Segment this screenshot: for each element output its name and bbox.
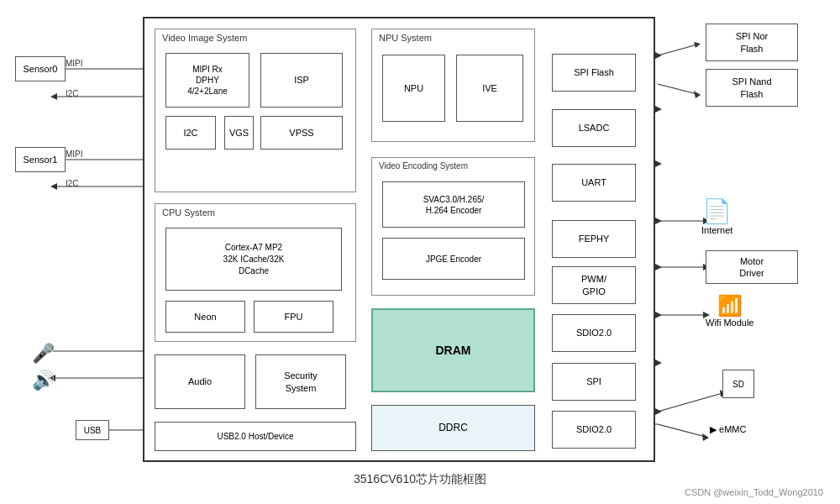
i2c1-label: I2C bbox=[66, 179, 79, 188]
spi-box: SPI bbox=[552, 363, 636, 401]
svg-line-29 bbox=[658, 393, 722, 412]
npu-group: NPU System NPU IVE bbox=[371, 29, 535, 142]
spi-nor-flash-box: SPI Nor Flash bbox=[706, 24, 798, 61]
wifi-label: Wifi Module bbox=[706, 318, 753, 328]
sensor0-box: Sensor0 bbox=[15, 56, 66, 81]
video-encoding-label: Video Encoding System bbox=[379, 161, 468, 171]
mipi-rx-box: MIPI RxDPHY4/2+2Lane bbox=[165, 53, 249, 108]
usb-host-box: USB2.0 Host/Device bbox=[155, 422, 356, 451]
svg-marker-40 bbox=[655, 218, 662, 224]
sd-area: SD bbox=[722, 370, 754, 398]
ive-box: IVE bbox=[456, 55, 523, 122]
chip-boundary: Video Image System MIPI RxDPHY4/2+2Lane … bbox=[143, 17, 655, 462]
cortex-box: Cortex-A7 MP232K ICache/32KDCache bbox=[165, 228, 342, 291]
vgs-box: VGS bbox=[224, 116, 254, 150]
audio-box: Audio bbox=[155, 354, 245, 409]
svg-marker-11 bbox=[50, 183, 57, 190]
i2c-box: I2C bbox=[165, 116, 216, 150]
pwm-gpio-box: PWM/GPIO bbox=[552, 266, 636, 304]
svg-line-19 bbox=[658, 45, 697, 55]
internet-label: Internet bbox=[701, 225, 732, 235]
svg-marker-32 bbox=[702, 433, 709, 441]
isp-box: ISP bbox=[260, 53, 343, 108]
fephy-box: FEPHY bbox=[552, 220, 636, 258]
svg-marker-34 bbox=[655, 52, 662, 59]
svg-marker-42 bbox=[655, 264, 662, 270]
svac-box: SVAC3.0/H.265/H.264 Encoder bbox=[382, 181, 525, 228]
diagram-container: Sensor0 MIPI I2C Sensor1 MIPI I2C 🎤 🔊 US… bbox=[0, 0, 840, 504]
svg-marker-48 bbox=[655, 408, 662, 415]
svg-marker-44 bbox=[655, 312, 662, 318]
npu-box: NPU bbox=[382, 55, 445, 122]
video-image-group: Video Image System MIPI RxDPHY4/2+2Lane … bbox=[155, 29, 356, 192]
dram-box: DRAM bbox=[371, 308, 535, 392]
wifi-area: 📶 Wifi Module bbox=[706, 294, 753, 328]
fpu-box: FPU bbox=[254, 301, 333, 333]
motor-driver-box: Motor Driver bbox=[706, 250, 798, 284]
svg-marker-36 bbox=[655, 106, 662, 113]
uart-box: UART bbox=[552, 164, 636, 202]
sdio2-box: SDIO2.0 bbox=[552, 411, 636, 449]
svg-marker-20 bbox=[694, 42, 701, 48]
spi-flash-box: SPI Flash bbox=[552, 54, 636, 92]
i2c0-label: I2C bbox=[66, 89, 79, 98]
ddrc-box: DDRC bbox=[371, 405, 535, 451]
video-encoding-group: Video Encoding System SVAC3.0/H.265/H.26… bbox=[371, 157, 535, 296]
svg-line-21 bbox=[658, 84, 697, 94]
vpss-box: VPSS bbox=[260, 116, 343, 150]
security-box: SecuritySystem bbox=[255, 354, 346, 409]
lsadc-box: LSADC bbox=[552, 109, 636, 147]
svg-marker-38 bbox=[655, 160, 662, 167]
neon-box: Neon bbox=[165, 301, 245, 333]
usb-box: USB bbox=[76, 420, 109, 440]
mic-icon: 🎤 bbox=[32, 343, 55, 365]
cpu-group: CPU System Cortex-A7 MP232K ICache/32KDC… bbox=[155, 203, 356, 342]
emmc-area: ▶ eMMC bbox=[710, 424, 746, 435]
svg-marker-46 bbox=[655, 360, 662, 366]
internet-area: 📄 Internet bbox=[701, 197, 732, 235]
footer-subtitle: CSDN @weixin_Todd_Wong2010 bbox=[685, 487, 823, 497]
spi-nand-flash-box: SPI Nand Flash bbox=[706, 69, 798, 107]
jpge-box: JPGE Encoder bbox=[382, 238, 525, 280]
footer-title: 3516CV610芯片功能框图 bbox=[0, 472, 840, 487]
svg-line-31 bbox=[658, 424, 706, 437]
video-image-label: Video Image System bbox=[162, 33, 247, 43]
svg-marker-22 bbox=[694, 91, 701, 98]
mipi0-label: MIPI bbox=[66, 59, 83, 68]
cpu-label: CPU System bbox=[162, 207, 215, 218]
sensor1-box: Sensor1 bbox=[15, 147, 66, 172]
speaker-icon: 🔊 bbox=[32, 370, 55, 391]
sdio1-box: SDIO2.0 bbox=[552, 314, 636, 352]
svg-marker-5 bbox=[50, 93, 57, 100]
mipi1-label: MIPI bbox=[66, 150, 83, 159]
npu-label: NPU System bbox=[379, 33, 432, 43]
